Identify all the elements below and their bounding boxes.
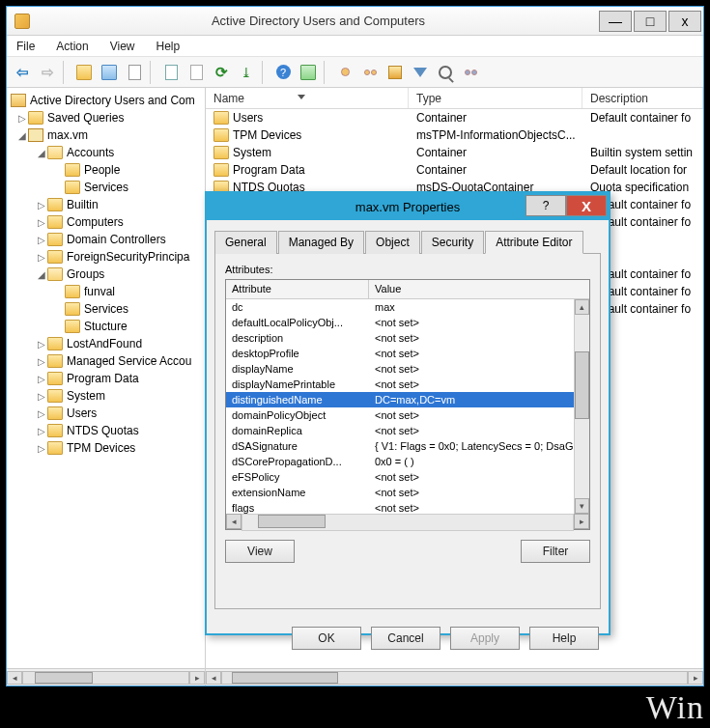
view-options-button[interactable] [297, 61, 320, 84]
grid-col-value[interactable]: Value [369, 280, 589, 298]
tree-system[interactable]: ▷System [7, 387, 205, 405]
grid-col-attribute[interactable]: Attribute [226, 280, 369, 298]
new-group-button[interactable] [358, 61, 382, 84]
tree-fsp[interactable]: ▷ForeignSecurityPrincipa [7, 248, 205, 266]
tree-programdata[interactable]: ▷Program Data [7, 370, 205, 387]
find-button[interactable] [434, 61, 457, 84]
filter-button-dialog[interactable]: Filter [521, 540, 590, 563]
tree-people[interactable]: People [7, 161, 205, 179]
titlebar: Active Directory Users and Computers — □… [7, 7, 703, 36]
menu-view[interactable]: View [110, 40, 135, 53]
attribute-row[interactable]: extensionName<not set> [226, 485, 589, 500]
list-header[interactable]: Name Type Description [206, 88, 703, 109]
attribute-row[interactable]: displayNamePrintable<not set> [226, 377, 589, 392]
tab-object[interactable]: Object [365, 231, 420, 254]
tree-services2[interactable]: Services [7, 300, 205, 318]
attribute-row[interactable]: distinguishedNameDC=max,DC=vm [226, 392, 589, 407]
filter-button[interactable] [409, 61, 432, 84]
tab-attribute-editor[interactable]: Attribute Editor [485, 231, 582, 254]
attribute-row[interactable]: description<not set> [226, 330, 589, 346]
properties-dialog: max.vm Properties ? X General Managed By… [205, 191, 611, 635]
help-button[interactable]: ? [271, 61, 295, 84]
list-row[interactable]: TPM DevicesmsTPM-InformationObjectsC... [206, 126, 703, 144]
tree-funval[interactable]: funval [7, 283, 205, 300]
tree-accounts[interactable]: ◢Accounts [7, 144, 205, 161]
help-button-dialog[interactable]: Help [529, 627, 599, 650]
menubar: File Action View Help [7, 36, 703, 57]
menu-help[interactable]: Help [156, 40, 181, 53]
tree-builtin[interactable]: ▷Builtin [7, 196, 205, 213]
tree-saved-queries[interactable]: ▷Saved Queries [7, 109, 205, 126]
tree-lostandfound[interactable]: ▷LostAndFound [7, 335, 205, 352]
new-ou-button[interactable] [383, 61, 407, 84]
attribute-row[interactable]: desktopProfile<not set> [226, 346, 589, 361]
nav-fwd-button[interactable]: ⇨ [36, 61, 59, 84]
app-icon [14, 14, 30, 29]
nav-back-button[interactable]: ⇦ [11, 61, 34, 84]
apply-button[interactable]: Apply [450, 627, 520, 650]
tree-pane: Active Directory Users and Com ▷Saved Qu… [7, 88, 206, 686]
attribute-row[interactable]: displayName<not set> [226, 361, 589, 377]
attribute-grid[interactable]: Attribute Value dcmaxdefaultLocalPolicyO… [225, 279, 590, 530]
menu-action[interactable]: Action [56, 40, 88, 53]
dialog-tabs: General Managed By Object Security Attri… [214, 230, 601, 254]
add-criteria-button[interactable] [459, 61, 482, 84]
attribute-row[interactable]: domainPolicyObject<not set> [226, 407, 589, 423]
tree-hscroll[interactable]: ◂▸ [7, 668, 205, 686]
cancel-button[interactable]: Cancel [371, 627, 440, 650]
tab-managedby[interactable]: Managed By [278, 231, 364, 254]
ok-button[interactable]: OK [292, 627, 361, 650]
tree-ntds[interactable]: ▷NTDS Quotas [7, 422, 205, 439]
maximize-button[interactable]: □ [634, 11, 667, 32]
attribute-row[interactable]: dSCorePropagationD...0x0 = ( ) [226, 454, 589, 469]
list-hscroll[interactable]: ◂▸ [206, 668, 703, 686]
watermark: Win [646, 689, 704, 726]
tree-msa[interactable]: ▷Managed Service Accou [7, 352, 205, 370]
grid-hscroll[interactable]: ◂▸ [226, 514, 589, 531]
sort-desc-icon [298, 95, 305, 99]
attribute-row[interactable]: eFSPolicy<not set> [226, 469, 589, 485]
tab-general[interactable]: General [214, 231, 277, 254]
tree-dc[interactable]: ▷Domain Controllers [7, 231, 205, 248]
attribute-row[interactable]: defaultLocalPolicyObj...<not set> [226, 315, 589, 330]
attributes-label: Attributes: [225, 264, 590, 275]
attribute-row[interactable]: dSASignature{ V1: Flags = 0x0; LatencySe… [226, 438, 589, 454]
tree-users[interactable]: ▷Users [7, 405, 205, 422]
list-row[interactable]: UsersContainerDefault container fo [206, 109, 703, 126]
dialog-titlebar: max.vm Properties ? X [207, 193, 609, 220]
tree-tpm[interactable]: ▷TPM Devices [7, 439, 205, 457]
attribute-row[interactable]: domainReplica<not set> [226, 423, 589, 438]
close-button[interactable]: x [668, 11, 701, 32]
cut-button[interactable] [123, 61, 146, 84]
window-title: Active Directory Users and Computers [38, 14, 599, 28]
list-row[interactable]: SystemContainerBuiltin system settin [206, 144, 703, 161]
new-user-button[interactable] [333, 61, 356, 84]
dialog-close-button[interactable]: X [566, 195, 607, 216]
minimize-button[interactable]: — [599, 11, 632, 32]
tree-groups[interactable]: ◢Groups [7, 266, 205, 283]
properties-button[interactable] [159, 61, 183, 84]
tree-root[interactable]: Active Directory Users and Com [7, 92, 205, 109]
view-button[interactable]: View [225, 540, 295, 563]
refresh-button[interactable]: ⟳ [210, 61, 233, 84]
tree-domain[interactable]: ◢max.vm [7, 126, 205, 144]
attribute-row[interactable]: flags<not set> [226, 500, 589, 514]
dialog-help-button[interactable]: ? [525, 195, 566, 216]
tab-security[interactable]: Security [421, 231, 484, 254]
tree-structure[interactable]: Stucture [7, 318, 205, 335]
tree-services[interactable]: Services [7, 179, 205, 196]
tree-computers[interactable]: ▷Computers [7, 213, 205, 231]
list-row[interactable]: Program DataContainerDefault location fo… [206, 161, 703, 179]
up-button[interactable] [72, 61, 96, 84]
grid-vscroll[interactable]: ▴ ▾ [574, 299, 589, 514]
attribute-row[interactable]: dcmax [226, 299, 589, 315]
export-button[interactable]: ⤓ [235, 61, 258, 84]
delete-button[interactable] [185, 61, 208, 84]
toolbar: ⇦ ⇨ ⟳ ⤓ ? [7, 57, 703, 88]
show-pane-button[interactable] [98, 61, 121, 84]
menu-file[interactable]: File [16, 40, 35, 53]
